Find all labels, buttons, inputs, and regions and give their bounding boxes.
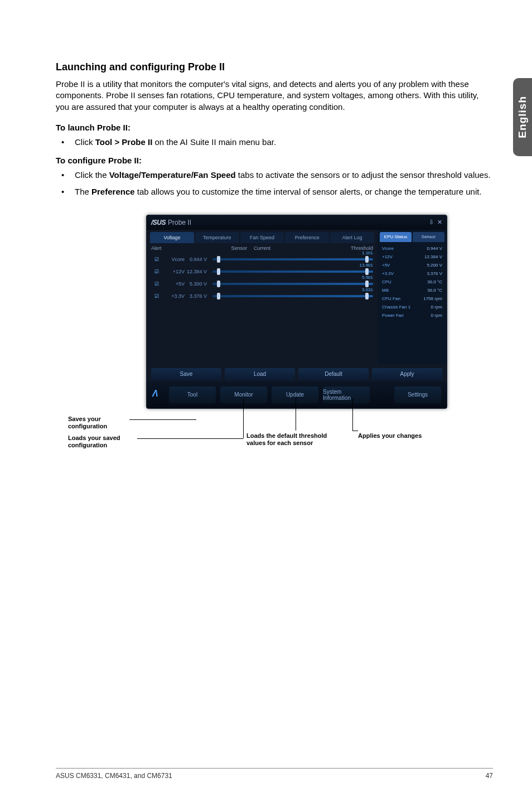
status-row: Power Fan0 rpm (380, 311, 444, 320)
alert-checkbox[interactable]: ☑ (151, 293, 162, 299)
col-alert: Alert (151, 245, 173, 251)
default-button[interactable]: Default (298, 368, 369, 380)
suite-logo-icon: Λ (152, 389, 165, 401)
status-row: +12V12.384 V (380, 253, 444, 261)
window-controls: ⇩ ✕ (429, 219, 442, 226)
bottom-tool[interactable]: Tool (169, 386, 216, 403)
status-tab-sensor[interactable]: Sensor (413, 232, 444, 242)
launch-subheading: To launch Probe II: (56, 123, 493, 132)
status-value: 1758 rpm (423, 296, 442, 301)
left-pane: Voltage Temperature Fan Speed Preference… (147, 230, 378, 364)
load-button[interactable]: Load (225, 368, 295, 380)
table-header: Alert Sensor Current Threshold (150, 243, 374, 253)
status-name: +12V (382, 254, 393, 259)
language-label: English (516, 96, 529, 138)
text-pre: Click (75, 137, 95, 147)
text-post: tab allows you to customize the time int… (135, 187, 482, 196)
sensor-current: 5.300 V (185, 281, 210, 287)
status-value: 36.0 °C (427, 279, 442, 284)
threshold-slider[interactable]: 5.501 (212, 280, 373, 288)
callout-line (243, 398, 244, 438)
action-row: Save Load Default Apply (147, 364, 447, 384)
status-name: MB (382, 288, 389, 293)
config-subheading: To configure Probe II: (56, 156, 493, 165)
config-list: Click the Voltage/Temperature/Fan Speed … (56, 170, 493, 198)
table-row: ☑ +12V 12.384 V 13.901 (150, 265, 374, 278)
bottom-update[interactable]: Update (272, 386, 318, 403)
alert-checkbox[interactable]: ☑ (151, 269, 162, 274)
sensor-name: +3.3V (162, 293, 185, 299)
table-row: ☑ +5V 5.300 V 5.501 (150, 278, 374, 290)
callout-line (296, 398, 296, 431)
status-row: Chassis Fan 10 rpm (380, 303, 444, 311)
status-row: Vcore0.944 V (380, 244, 444, 253)
threshold-slider[interactable]: 1.101 (212, 255, 373, 263)
status-row: MB36.0 °C (380, 286, 444, 294)
language-side-tab: English (513, 78, 532, 156)
callout-line (137, 438, 243, 439)
sensor-name: +12V (162, 269, 185, 274)
status-name: Chassis Fan 1 (382, 305, 410, 310)
tab-temperature[interactable]: Temperature (195, 232, 239, 243)
status-row: CPU Fan1758 rpm (380, 294, 444, 303)
status-value: 0 rpm (431, 313, 442, 318)
sensor-current: 3.376 V (185, 293, 210, 299)
sensor-name: Vcore (162, 257, 185, 262)
status-row: +5V5.200 V (380, 261, 444, 269)
minimize-icon[interactable]: ⇩ (429, 219, 434, 225)
alert-checkbox[interactable]: ☑ (151, 281, 162, 287)
page-footer: ASUS CM6331, CM6431, and CM6731 47 (56, 768, 493, 780)
callout-load: Loads your saved configuration (68, 434, 146, 450)
col-current: Current (250, 245, 351, 251)
callout-line (129, 419, 196, 420)
callout-line (352, 398, 353, 431)
callout-save: Saves your configuration (68, 416, 135, 431)
alert-checkbox[interactable]: ☑ (151, 257, 162, 262)
sensor-current: 12.384 V (185, 269, 210, 274)
callout-line (352, 431, 358, 431)
figure-wrapper: /SUS Probe II ⇩ ✕ Voltage Temperature Fa… (118, 215, 431, 449)
tab-voltage[interactable]: Voltage (150, 232, 194, 243)
tab-preference[interactable]: Preference (285, 232, 329, 243)
tab-alert-log[interactable]: Alert Log (330, 232, 374, 243)
apply-button[interactable]: Apply (372, 368, 442, 380)
footer-page-number: 47 (486, 772, 493, 780)
sensor-name: +5V (162, 281, 185, 287)
sensor-tabs: Voltage Temperature Fan Speed Preference… (150, 232, 374, 243)
close-icon[interactable]: ✕ (437, 219, 442, 225)
status-name: Vcore (382, 246, 394, 251)
status-name: Power Fan (382, 313, 404, 318)
section-heading: Launching and configuring Probe II (56, 61, 493, 73)
save-button[interactable]: Save (151, 368, 221, 380)
launch-list: Click Tool > Probe II on the AI Suite II… (56, 137, 493, 148)
table-row: ☑ Vcore 0.944 V 1.101 (150, 253, 374, 265)
list-item: Click the Voltage/Temperature/Fan Speed … (72, 170, 493, 181)
bottom-monitor[interactable]: Monitor (220, 386, 267, 403)
bottom-sysinfo[interactable]: System Information (323, 386, 370, 403)
tab-fan-speed[interactable]: Fan Speed (240, 232, 284, 243)
bottom-settings[interactable]: Settings (394, 386, 441, 403)
list-item: Click Tool > Probe II on the AI Suite II… (72, 137, 493, 148)
status-pane: EPU Status Sensor Vcore0.944 V +12V12.38… (378, 230, 447, 364)
status-value: 5.200 V (427, 263, 442, 268)
table-row: ☑ +3.3V 3.376 V 3.631 (150, 290, 374, 302)
text-post: on the AI Suite II main menu bar. (152, 137, 276, 147)
brand-logo: /SUS (151, 219, 166, 226)
text-post: tabs to activate the sensors or to adjus… (236, 170, 491, 180)
callout-default: Loads the default threshold values for e… (246, 432, 336, 448)
text-pre: The (75, 187, 91, 196)
threshold-slider[interactable]: 3.631 (212, 292, 373, 300)
threshold-slider[interactable]: 13.901 (212, 268, 373, 276)
text-bold: Tool > Probe II (95, 137, 153, 147)
text-bold: Voltage/Temperature/Fan Speed (109, 170, 236, 180)
text-pre: Click the (75, 170, 109, 180)
status-tab-epu[interactable]: EPU Status (380, 232, 412, 242)
status-row: +3.3V3.376 V (380, 269, 444, 278)
status-value: 0 rpm (431, 305, 442, 310)
footer-left: ASUS CM6331, CM6431, and CM6731 (56, 772, 172, 780)
status-row: CPU36.0 °C (380, 278, 444, 286)
status-name: CPU (382, 279, 391, 284)
list-item: The Preference tab allows you to customi… (72, 186, 493, 197)
callout-apply: Applies your changes (358, 432, 425, 440)
status-value: 3.376 V (427, 271, 442, 276)
